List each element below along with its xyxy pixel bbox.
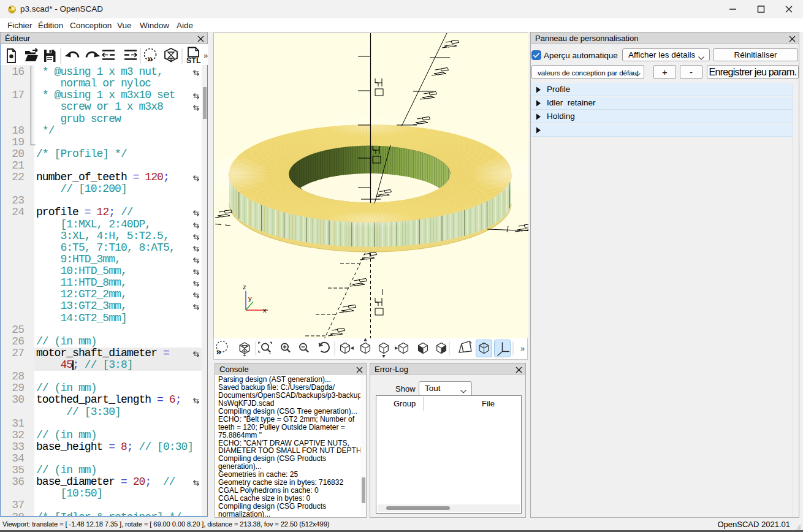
svg-text:»: » xyxy=(520,344,525,353)
svg-text:z: z xyxy=(243,283,246,291)
svg-text:»: » xyxy=(216,346,221,357)
svg-text:y: y xyxy=(248,295,252,302)
svg-text:»: » xyxy=(147,53,153,64)
svg-text:»: » xyxy=(204,51,208,60)
svg-text:STL: STL xyxy=(186,56,201,65)
svg-text:x: x xyxy=(263,306,267,314)
